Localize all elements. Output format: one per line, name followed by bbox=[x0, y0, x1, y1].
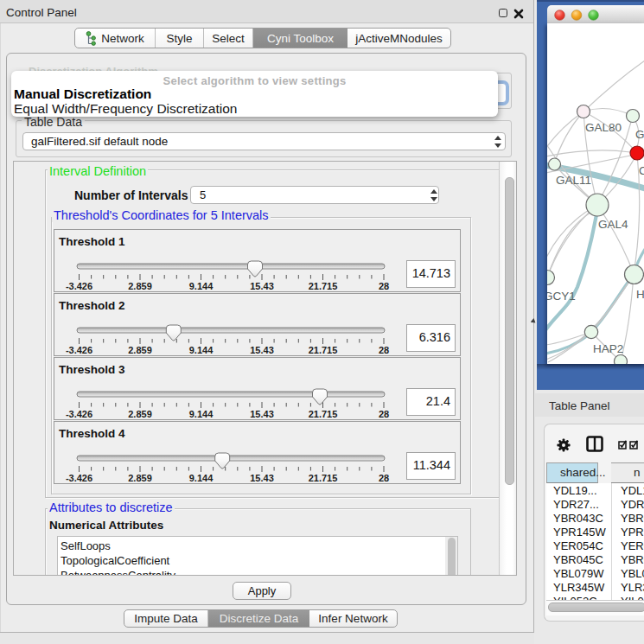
svg-text:21.715: 21.715 bbox=[309, 473, 338, 483]
svg-text:21.715: 21.715 bbox=[309, 345, 338, 355]
svg-text:9.144: 9.144 bbox=[189, 409, 214, 419]
svg-text:15.43: 15.43 bbox=[250, 345, 274, 355]
svg-text:2.859: 2.859 bbox=[128, 473, 152, 483]
svg-text:GAL4: GAL4 bbox=[598, 218, 628, 231]
svg-text:9.144: 9.144 bbox=[189, 345, 214, 355]
svg-text:15.43: 15.43 bbox=[250, 473, 274, 483]
svg-text:HAP2: HAP2 bbox=[593, 342, 623, 355]
svg-text:9.144: 9.144 bbox=[189, 473, 214, 483]
svg-text:28: 28 bbox=[379, 281, 389, 291]
svg-text:15.43: 15.43 bbox=[250, 281, 274, 291]
svg-text:-3.426: -3.426 bbox=[66, 409, 92, 419]
svg-text:GAL80: GAL80 bbox=[585, 121, 622, 134]
svg-text:28: 28 bbox=[379, 345, 389, 355]
svg-text:-3.426: -3.426 bbox=[66, 473, 92, 483]
svg-text:C: C bbox=[639, 164, 644, 177]
svg-text:-3.426: -3.426 bbox=[66, 281, 92, 291]
svg-text:-3.426: -3.426 bbox=[66, 345, 92, 355]
svg-text:GA: GA bbox=[635, 128, 644, 141]
svg-text:9.144: 9.144 bbox=[189, 281, 214, 291]
svg-text:2.859: 2.859 bbox=[128, 281, 152, 291]
svg-text:21.715: 21.715 bbox=[309, 409, 338, 419]
svg-text:2.859: 2.859 bbox=[128, 409, 152, 419]
svg-text:GAL11: GAL11 bbox=[556, 174, 591, 187]
svg-text:HA: HA bbox=[636, 288, 644, 301]
svg-text:2.859: 2.859 bbox=[128, 345, 152, 355]
svg-text:28: 28 bbox=[379, 473, 389, 483]
svg-text:21.715: 21.715 bbox=[309, 281, 338, 291]
svg-text:15.43: 15.43 bbox=[250, 409, 274, 419]
svg-text:GCY1: GCY1 bbox=[547, 290, 576, 303]
svg-text:28: 28 bbox=[379, 409, 389, 419]
